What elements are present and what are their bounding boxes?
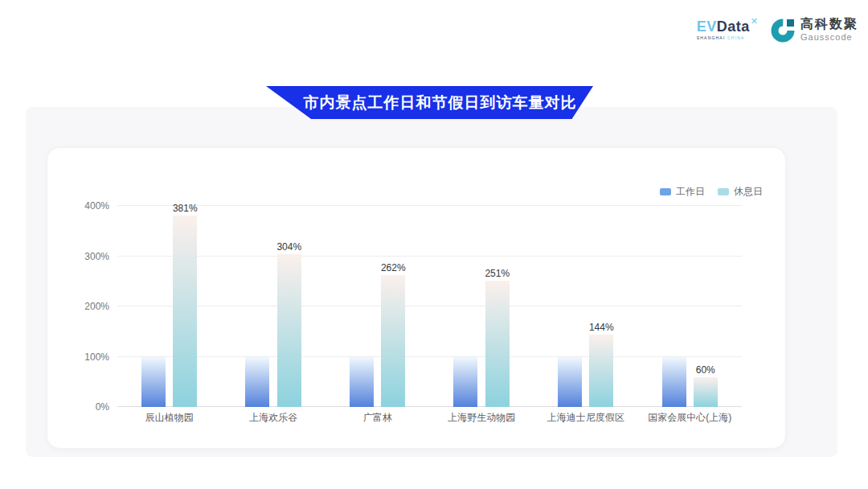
gausscode-g-icon (771, 16, 796, 43)
x-axis-label: 上海野生动物园 (430, 411, 534, 425)
x-axis-label: 国家会展中心(上海) (638, 411, 743, 425)
evdata-logo-subtext: SHANGHAI CHINA (697, 35, 745, 40)
bar-value-label: 251% (485, 269, 510, 278)
bar-休息日[interactable] (485, 281, 510, 407)
bar-value-label: 304% (276, 242, 301, 252)
plot-area: 381%辰山植物园304%上海欢乐谷262%广富林251%上海野生动物园144%… (117, 180, 742, 407)
bar-休息日[interactable] (173, 216, 197, 407)
bar-wrap: 381% (173, 203, 198, 407)
bar-休息日[interactable] (694, 377, 718, 408)
evdata-logo-data: Data (717, 19, 750, 34)
bar-wrap (245, 357, 269, 408)
bar-休息日[interactable] (381, 275, 405, 407)
title-banner: 市内景点工作日和节假日到访车量对比 (266, 86, 593, 119)
bar-value-label: 262% (381, 263, 406, 273)
y-tick-label: 300% (84, 251, 109, 262)
bar-wrap: 262% (381, 263, 406, 407)
y-axis: 0%100%200%300%400% (47, 180, 109, 407)
x-axis-label: 广富林 (326, 411, 430, 425)
bar-value-label: 60% (696, 365, 715, 375)
bar-pair: 251% (453, 269, 510, 407)
bar-工作日[interactable] (141, 357, 166, 408)
x-axis-label: 上海欢乐谷 (222, 411, 326, 425)
bar-group: 381%辰山植物园 (117, 180, 222, 407)
page-title: 市内景点工作日和节假日到访车量对比 (283, 92, 577, 113)
bar-group: 60%国家会展中心(上海) (638, 180, 743, 407)
bar-wrap (350, 357, 374, 408)
header-logos: EV Data ✕ SHANGHAI CHINA 高科数聚 Gausscode (697, 16, 858, 43)
bar-value-label: 381% (173, 203, 198, 213)
bar-pair: 304% (245, 242, 301, 407)
bar-pair: 60% (662, 357, 718, 408)
bar-pair: 144% (558, 323, 614, 407)
evdata-logo: EV Data ✕ SHANGHAI CHINA (697, 16, 758, 40)
page: EV Data ✕ SHANGHAI CHINA 高科数聚 Gausscode … (0, 0, 868, 489)
bar-wrap: 251% (485, 269, 510, 407)
y-tick-label: 400% (84, 200, 109, 212)
bar-group: 304%上海欢乐谷 (222, 180, 326, 407)
chart-card: 工作日休息日 0%100%200%300%400% 381%辰山植物园304%上… (47, 147, 786, 449)
bar-pair: 262% (350, 263, 406, 407)
y-tick-label: 0% (96, 401, 109, 413)
bar-wrap: 144% (589, 323, 614, 407)
evdata-logo-ev: EV (697, 19, 717, 34)
bar-group: 251%上海野生动物园 (430, 180, 534, 407)
bar-wrap (141, 357, 166, 408)
y-tick-label: 200% (84, 301, 109, 312)
bar-工作日[interactable] (245, 357, 269, 408)
bar-工作日[interactable] (453, 357, 477, 408)
bar-休息日[interactable] (589, 335, 613, 407)
bar-工作日[interactable] (558, 357, 582, 408)
bar-工作日[interactable] (662, 357, 686, 408)
bar-wrap (558, 357, 582, 408)
gausscode-name-en: Gausscode (800, 32, 858, 43)
bar-wrap: 60% (694, 365, 718, 408)
bar-wrap (662, 357, 686, 408)
bar-groups: 381%辰山植物园304%上海欢乐谷262%广富林251%上海野生动物园144%… (117, 180, 742, 407)
evdata-x-icon: ✕ (751, 17, 758, 26)
bar-休息日[interactable] (277, 254, 301, 407)
x-axis-label: 上海迪士尼度假区 (534, 411, 638, 425)
bar-wrap (453, 357, 477, 408)
bar-pair: 381% (141, 203, 198, 407)
bar-工作日[interactable] (350, 357, 374, 408)
x-axis-label: 辰山植物园 (117, 411, 222, 425)
gausscode-logo: 高科数聚 Gausscode (771, 16, 858, 43)
gausscode-name-cn: 高科数聚 (800, 17, 858, 31)
bar-wrap: 304% (276, 242, 301, 407)
bar-group: 262%广富林 (326, 180, 430, 407)
bar-group: 144%上海迪士尼度假区 (534, 180, 638, 407)
y-tick-label: 100% (84, 351, 109, 363)
bar-value-label: 144% (589, 323, 614, 332)
